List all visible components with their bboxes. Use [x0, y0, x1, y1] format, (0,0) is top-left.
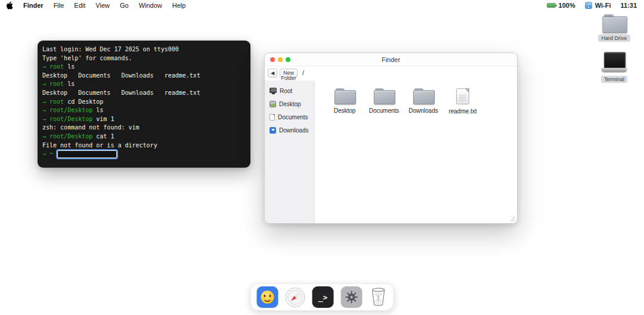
sidebar-item-icon	[270, 114, 275, 121]
terminal-text: cat 1	[92, 133, 114, 140]
terminal-line: Last login: Wed Dec 17 2025 on ttys000	[42, 45, 246, 54]
terminal-line: → root/Desktop ls	[42, 106, 246, 115]
menu-item[interactable]: Help	[172, 2, 186, 9]
terminal-prompt: → ~	[42, 150, 53, 157]
sidebar-item[interactable]: Root	[265, 84, 314, 97]
sidebar-item-icon	[270, 127, 276, 134]
sidebar-item[interactable]: Downloads	[265, 123, 314, 137]
terminal-line: → root ls	[42, 80, 246, 89]
desktop-icons: Hard Drive Terminal	[593, 17, 636, 83]
wifi-icon[interactable]	[585, 2, 592, 9]
file-icon	[456, 88, 469, 104]
terminal-line: → root cd Desktop	[42, 98, 246, 107]
battery-icon[interactable]	[547, 3, 556, 8]
sidebar-item-label: Desktop	[279, 101, 301, 107]
trash-icon[interactable]	[370, 286, 388, 308]
desktop-icon-art	[602, 14, 626, 32]
menu-item[interactable]: Window	[139, 2, 162, 9]
apple-icon[interactable]	[6, 1, 13, 10]
terminal-text: vim 1	[92, 116, 114, 122]
terminal-line: → root/Desktop vim 1	[42, 115, 246, 124]
wastebasket-icon	[371, 288, 386, 307]
terminal-window[interactable]: Last login: Wed Dec 17 2025 on ttys000Ty…	[38, 41, 250, 168]
terminal-line: → ~	[42, 150, 246, 159]
menu-bar-left: Finder File Edit View Go Window Help	[6, 1, 185, 10]
desktop-icon[interactable]: Terminal	[601, 55, 627, 83]
finder-window[interactable]: Finder ◀ New Folder / Root Desktop Do	[264, 52, 518, 224]
terminal-line: zsh: command not found: vim	[42, 123, 246, 132]
menu-item[interactable]: Go	[120, 2, 129, 9]
finder-item[interactable]: readme.txt	[443, 88, 482, 115]
menu-items: Finder File Edit View Go Window Help	[23, 2, 185, 9]
finder-item[interactable]: Documents	[364, 88, 404, 114]
finder-app-icon[interactable]	[257, 286, 278, 308]
terminal-prompt: → root/Desktop	[42, 133, 92, 140]
terminal-text: zsh: command not found: vim	[42, 124, 140, 131]
compass-needle-icon	[289, 292, 302, 303]
finder-item[interactable]: Desktop	[325, 88, 364, 114]
terminal-text: Last login: Wed Dec 17 2025 on ttys000	[42, 46, 179, 52]
terminal-text: ls	[64, 63, 75, 70]
terminal-prompt-glyph: _>	[318, 293, 328, 302]
terminal-line: → root ls	[42, 63, 246, 72]
terminal-text: Type 'help' for commands.	[42, 55, 132, 61]
menu-item[interactable]: View	[95, 2, 110, 9]
smiley-face-icon	[261, 291, 274, 304]
finder-content[interactable]: Desktop Documents Downloads readme.txt	[315, 81, 517, 223]
path-label: /	[302, 69, 304, 76]
menu-bar: Finder File Edit View Go Window Help 100…	[0, 0, 644, 11]
terminal-prompt: → root/Desktop	[42, 107, 92, 113]
sidebar-item[interactable]: Desktop	[265, 97, 314, 110]
battery-percent: 100%	[559, 2, 575, 9]
menu-item[interactable]: Finder	[23, 2, 44, 9]
terminal-prompt: → root	[42, 81, 64, 87]
terminal-line: Desktop Documents Downloads readme.txt	[42, 72, 246, 81]
terminal-line: File not found or is a directory	[42, 141, 246, 150]
desktop-icon[interactable]: Hard Drive	[598, 17, 630, 42]
terminal-command-input[interactable]	[57, 150, 117, 158]
finder-toolbar: ◀ New Folder /	[265, 66, 517, 81]
desktop-icon-label: Terminal	[601, 76, 627, 83]
clock: 11:31	[620, 2, 637, 9]
resize-handle[interactable]	[509, 215, 516, 222]
sidebar-item-icon	[270, 88, 277, 93]
file-label: Downloads	[404, 107, 443, 114]
terminal-prompt: → root	[42, 98, 64, 105]
sidebar-item-label: Documents	[278, 114, 308, 121]
settings-app-icon[interactable]	[341, 286, 363, 308]
file-label: readme.txt	[443, 108, 482, 115]
terminal-prompt: → root	[42, 63, 64, 70]
sidebar-item[interactable]: Documents	[265, 110, 314, 123]
file-icon	[335, 88, 355, 104]
back-button[interactable]: ◀	[268, 69, 277, 78]
menu-item[interactable]: File	[54, 2, 64, 9]
terminal-text: Desktop Documents Downloads readme.txt	[42, 89, 200, 96]
terminal-text: ls	[64, 81, 75, 87]
terminal-text: cd Desktop	[64, 98, 103, 105]
sidebar-item-label: Root	[280, 88, 292, 94]
new-folder-button[interactable]: New Folder	[280, 69, 298, 78]
finder-titlebar[interactable]: Finder	[265, 53, 517, 66]
menu-item[interactable]: Edit	[74, 2, 85, 9]
finder-body: Root Desktop Documents Downloads	[265, 81, 517, 223]
terminal-prompt: → root/Desktop	[42, 116, 92, 122]
terminal-line: → root/Desktop cat 1	[42, 132, 246, 141]
terminal-line: Type 'help' for commands.	[42, 54, 246, 63]
finder-sidebar: Root Desktop Documents Downloads	[265, 81, 315, 223]
browser-app-icon[interactable]	[286, 288, 305, 307]
sidebar-item-icon	[270, 101, 276, 107]
wifi-label: Wi-Fi	[595, 2, 611, 9]
file-icon	[413, 88, 434, 104]
dock: _>	[250, 283, 394, 311]
desktop-icon-label: Hard Drive	[598, 35, 630, 42]
terminal-text: ls	[92, 107, 103, 113]
terminal-app-icon[interactable]: _>	[312, 286, 334, 308]
window-title: Finder	[265, 56, 517, 63]
file-label: Documents	[364, 107, 404, 114]
gear-icon	[345, 291, 358, 304]
finder-item[interactable]: Downloads	[404, 88, 443, 114]
terminal-output: Last login: Wed Dec 17 2025 on ttys000Ty…	[42, 45, 246, 159]
menu-bar-status: 100% Wi-Fi 11:31	[547, 2, 637, 9]
terminal-line: Desktop Documents Downloads readme.txt	[42, 89, 246, 98]
desktop-icon-art	[601, 52, 627, 73]
